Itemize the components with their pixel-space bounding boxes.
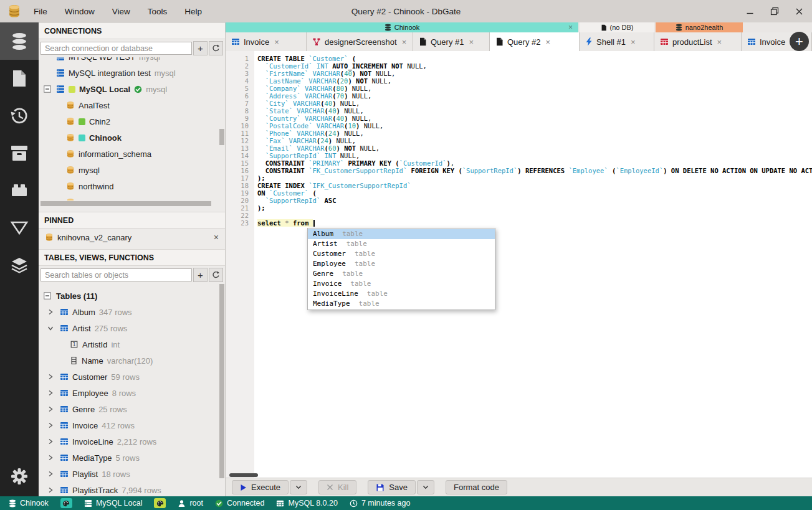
collapse-icon[interactable] <box>44 85 52 93</box>
tab-query-2[interactable]: Query #2× <box>490 32 580 51</box>
chevron-right-icon[interactable] <box>47 374 56 380</box>
table-item[interactable]: Genre25 rows <box>39 401 225 417</box>
autocomplete-item[interactable]: Genretable <box>308 269 495 279</box>
pinned-item[interactable]: knihovna_v2_canary × <box>39 229 225 246</box>
nav-brick-icon[interactable] <box>0 172 39 209</box>
connection-item[interactable]: AnalTest <box>39 97 225 113</box>
chevron-right-icon[interactable] <box>47 309 56 315</box>
column-item[interactable]: 1ArtistIdint <box>39 336 225 352</box>
close-tab-icon[interactable]: × <box>274 37 279 47</box>
close-icon[interactable] <box>795 7 803 16</box>
tab-invoice[interactable]: Invoice× <box>226 32 307 51</box>
new-tab-button[interactable]: + <box>790 32 809 51</box>
table-item[interactable]: Employee8 rows <box>39 385 225 401</box>
close-tab-icon[interactable]: × <box>469 37 474 47</box>
connection-item[interactable]: Chinook <box>39 130 225 146</box>
table-item[interactable]: Customer59 rows <box>39 369 225 385</box>
tab-query-1[interactable]: Query #1× <box>413 32 490 51</box>
chevron-right-icon[interactable] <box>47 455 56 461</box>
tab-group--no-db-[interactable]: (no DB) <box>580 22 654 32</box>
menu-help[interactable]: Help <box>184 7 202 16</box>
tab-group-nano2health[interactable]: nano2health <box>656 22 743 32</box>
collapse-icon[interactable] <box>44 292 52 300</box>
table-item[interactable]: MediaType5 rows <box>39 450 225 466</box>
unpin-icon[interactable]: × <box>214 232 219 242</box>
connection-item[interactable]: MySQL integration testmysql <box>39 65 225 81</box>
server-color-chip[interactable] <box>154 498 166 508</box>
nav-history-icon[interactable] <box>0 97 39 135</box>
refresh-connections-icon[interactable] <box>209 41 223 55</box>
scrollbar-thumb[interactable] <box>41 201 211 206</box>
connection-item[interactable]: MySQL Localmysql <box>39 81 225 97</box>
add-connection-button[interactable]: + <box>193 41 208 55</box>
connection-item[interactable] <box>39 194 225 201</box>
chevron-right-icon[interactable] <box>47 422 56 428</box>
chevron-right-icon[interactable] <box>47 471 56 477</box>
close-tab-icon[interactable]: × <box>717 37 722 47</box>
chevron-right-icon[interactable] <box>47 406 56 412</box>
restore-icon[interactable] <box>770 7 779 16</box>
tab-productlist[interactable]: productList× <box>654 32 742 51</box>
menu-tools[interactable]: Tools <box>148 7 168 16</box>
close-group-icon[interactable]: × <box>568 23 573 32</box>
statusbar-server[interactable]: MySQL Local <box>84 499 143 508</box>
minimize-icon[interactable] <box>746 7 754 16</box>
close-tab-icon[interactable]: × <box>545 37 550 47</box>
scrollbar-thumb[interactable] <box>219 129 224 145</box>
nav-triangle-filter-icon[interactable] <box>0 209 39 247</box>
execute-button[interactable]: Execute <box>232 480 289 494</box>
nav-database-icon[interactable] <box>0 22 39 60</box>
autocomplete-item[interactable]: MediaTypetable <box>308 299 495 309</box>
kill-button[interactable]: Kill <box>318 480 356 494</box>
table-item[interactable]: Album347 rows <box>39 304 225 320</box>
connection-item[interactable]: MYSQL WD TESTmysql <box>39 57 225 65</box>
autocomplete-item[interactable]: InvoiceLinetable <box>308 289 495 299</box>
menu-file[interactable]: File <box>34 7 47 16</box>
connection-item[interactable]: mysql <box>39 162 225 178</box>
save-button[interactable]: Save <box>368 480 416 494</box>
connection-item[interactable]: northwind <box>39 178 225 194</box>
nav-settings-gear-icon[interactable] <box>0 456 39 496</box>
connections-search-input[interactable] <box>41 42 192 55</box>
autocomplete-item[interactable]: Invoicetable <box>308 279 495 289</box>
scrollbar-thumb[interactable] <box>229 473 258 477</box>
table-item[interactable]: PlaylistTrack7,994 rows <box>39 482 225 496</box>
chevron-right-icon[interactable] <box>47 390 56 396</box>
connection-item[interactable]: information_schema <box>39 146 225 162</box>
connection-item[interactable]: Chin2 <box>39 113 225 130</box>
tab-designerscreenshot[interactable]: designerScreenshot× <box>307 32 413 51</box>
menu-window[interactable]: Window <box>65 7 95 16</box>
autocomplete-item[interactable]: Albumtable <box>308 229 495 239</box>
chevron-right-icon[interactable] <box>47 438 56 445</box>
tables-root-item[interactable]: Tables (11) <box>39 288 225 304</box>
menu-view[interactable]: View <box>112 7 130 16</box>
scrollbar-thumb[interactable] <box>219 284 224 478</box>
table-item[interactable]: Artist275 rows <box>39 320 225 336</box>
statusbar-database[interactable]: Chinook <box>9 499 49 508</box>
refresh-tables-icon[interactable] <box>209 268 223 282</box>
chevron-right-icon[interactable] <box>47 487 56 493</box>
autocomplete-item[interactable]: Artisttable <box>308 239 495 249</box>
add-object-button[interactable]: + <box>193 268 208 282</box>
format-code-button[interactable]: Format code <box>446 480 507 494</box>
table-item[interactable]: InvoiceLine2,212 rows <box>39 433 225 450</box>
autocomplete-item[interactable]: Customertable <box>308 249 495 259</box>
chevron-down-icon[interactable] <box>47 325 56 331</box>
close-tab-icon[interactable]: × <box>631 37 636 47</box>
database-color-chip[interactable] <box>60 498 72 508</box>
table-item[interactable]: Invoice412 rows <box>39 417 225 433</box>
execute-menu-button[interactable] <box>290 480 307 494</box>
nav-layers-icon[interactable] <box>0 247 39 284</box>
nav-file-icon[interactable] <box>0 60 39 97</box>
autocomplete-item[interactable]: Employeetable <box>308 259 495 269</box>
sql-editor[interactable]: 1234567891011121314151617181920212223 CR… <box>226 51 812 478</box>
tab-group-chinook[interactable]: Chinook× <box>226 22 578 32</box>
close-tab-icon[interactable]: × <box>402 37 407 47</box>
table-item[interactable]: Playlist18 rows <box>39 466 225 482</box>
column-item[interactable]: Namevarchar(120) <box>39 352 225 369</box>
tab-shell-1[interactable]: Shell #1× <box>580 32 654 51</box>
save-menu-button[interactable] <box>417 480 434 494</box>
statusbar-user[interactable]: root <box>178 499 203 508</box>
tables-search-input[interactable] <box>41 268 192 281</box>
nav-archive-icon[interactable] <box>0 135 39 172</box>
